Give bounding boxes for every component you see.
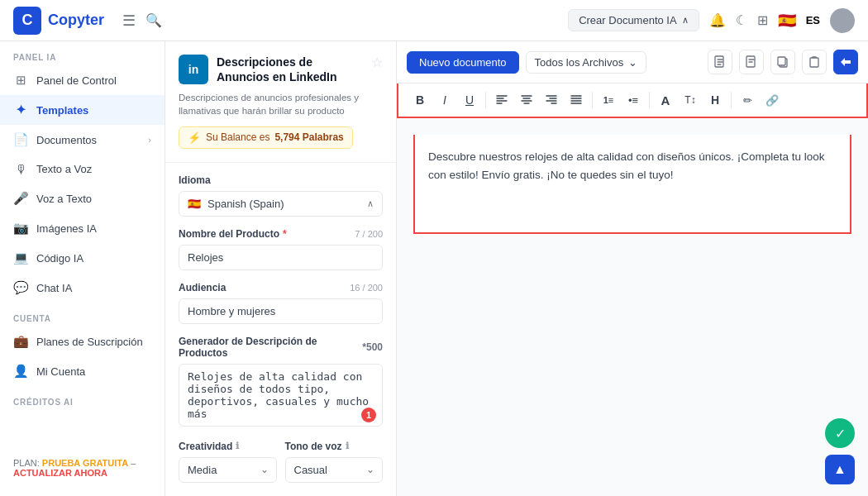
export-doc-btn[interactable] [739, 50, 764, 74]
sidebar-item-planes[interactable]: 💼 Planes de Suscripción [0, 327, 165, 356]
creativity-info-icon[interactable]: ℹ [236, 441, 239, 451]
main-content: in Descripciones de Anuncios en LinkedIn… [165, 41, 868, 496]
editor-toolbar-top: Nuevo documento Todos los Archivos ⌄ [397, 41, 868, 83]
audience-label: Audiencia 16 / 200 [179, 282, 383, 293]
sidebar-item-imagenes-ia[interactable]: 📷 Imágenes IA [0, 213, 165, 243]
editor-box[interactable]: Descubre nuestros relojes de alta calida… [413, 135, 851, 234]
grid-icon: ⊞ [13, 73, 28, 88]
sidebar-item-mi-cuenta[interactable]: 👤 Mi Cuenta [0, 356, 165, 386]
sidebar-item-chat-ia[interactable]: 💬 Chat IA [0, 273, 165, 303]
lang-label: ES [806, 14, 820, 26]
lang-select[interactable]: 🇪🇸 Spanish (Spain) ∧ [179, 191, 383, 217]
format-heading-btn[interactable]: H [703, 88, 727, 112]
sidebar-label-codigo-ia: Código IA [36, 252, 151, 265]
tono-col: Tono de voz ℹ Casual Formal Amigable [285, 441, 384, 483]
sidebar-item-voz-a-texto[interactable]: 🎤 Voz a Texto [0, 184, 165, 213]
export-pdf-btn[interactable] [708, 50, 732, 74]
sidebar-label-voz-a-texto: Voz a Texto [36, 193, 151, 205]
camera-icon: 📷 [13, 221, 28, 236]
doc-icon: 📄 [13, 132, 28, 147]
sidebar-label-imagenes-ia: Imágenes IA [36, 222, 151, 235]
product-char-count: 7 / 200 [355, 229, 383, 239]
chevron-down-icon: ⌄ [628, 56, 637, 69]
microphone-icon: 🎤 [13, 191, 28, 206]
creativity-tono-section: Creatividad ℹ Media Baja Alta [165, 429, 396, 494]
format-align-left-btn[interactable] [490, 88, 513, 112]
new-doc-button[interactable]: Nuevo documento [407, 51, 519, 74]
sidebar-label-texto-a-voz: Texto a Voz [36, 163, 151, 175]
templates-icon: ✦ [13, 103, 28, 117]
tono-select[interactable]: Casual Formal Amigable [285, 457, 384, 483]
svg-rect-3 [778, 57, 785, 65]
sidebar-section-creditos: CRÉDITOS AI [0, 386, 165, 410]
sidebar-item-codigo-ia[interactable]: 💻 Código IA [0, 243, 165, 273]
star-icon[interactable]: ☆ [371, 55, 383, 70]
format-font-btn[interactable]: A [654, 88, 677, 112]
generator-section: Generador de Descripción de Productos*50… [165, 324, 396, 429]
float-check-button[interactable]: ✓ [825, 418, 855, 448]
svg-rect-4 [810, 58, 818, 67]
send-btn[interactable] [833, 50, 858, 74]
navbar: C Copyter ☰ 🔍 Crear Documento IA ∧ 🔔 ☾ ⊞… [0, 0, 868, 41]
balance-prefix: Su Balance es [206, 131, 269, 143]
format-pen-btn[interactable]: ✏ [736, 88, 759, 112]
creativity-label: Creatividad ℹ [179, 441, 277, 452]
divider-1 [485, 92, 486, 108]
product-input[interactable] [179, 245, 383, 270]
sidebar-label-mi-cuenta: Mi Cuenta [36, 365, 151, 378]
all-files-select[interactable]: Todos los Archivos ⌄ [526, 51, 647, 74]
format-ol-btn[interactable]: 1≡ [597, 88, 620, 112]
avatar[interactable] [830, 8, 855, 33]
sidebar-label-planes: Planes de Suscripción [36, 336, 151, 348]
plan-free-label: PRUEBA GRATUITA [42, 458, 128, 468]
format-italic-btn[interactable]: I [433, 88, 456, 112]
upgrade-link[interactable]: ACTUALIZAR AHORA [13, 468, 107, 478]
creativity-col: Creatividad ℹ Media Baja Alta [179, 441, 277, 483]
menu-icon[interactable]: ☰ [122, 12, 136, 30]
create-doc-btn[interactable]: Crear Documento IA ∧ [568, 9, 699, 31]
sidebar-item-texto-a-voz[interactable]: 🎙 Texto a Voz [0, 155, 165, 184]
sidebar-item-templates[interactable]: ✦ Templates [0, 95, 165, 125]
sidebar-item-panel-control[interactable]: ⊞ Panel de Control [0, 65, 165, 95]
sidebar-item-documentos[interactable]: 📄 Documentos › [0, 125, 165, 155]
expand-icon[interactable]: ⊞ [757, 12, 768, 28]
generator-textarea[interactable]: Relojes de alta calidad con diseños de t… [179, 364, 383, 427]
search-icon[interactable]: 🔍 [145, 12, 162, 28]
code-icon: 💻 [13, 250, 28, 265]
editor-panel: Nuevo documento Todos los Archivos ⌄ [397, 41, 868, 496]
tono-select-wrapper: Casual Formal Amigable [285, 457, 384, 483]
sidebar-label-chat-ia: Chat IA [36, 282, 151, 294]
chat-icon: 💬 [13, 280, 28, 295]
audience-input[interactable] [179, 298, 383, 324]
required-marker: * [283, 228, 287, 240]
creativity-select[interactable]: Media Baja Alta [179, 457, 277, 483]
app-body: PANEL IA ⊞ Panel de Control ✦ Templates … [0, 41, 868, 496]
idioma-section: Idioma 🇪🇸 Spanish (Spain) ∧ [165, 163, 396, 217]
float-scroll-up-button[interactable]: ▲ [825, 455, 855, 484]
format-bold-btn[interactable]: B [408, 88, 432, 112]
tono-label: Tono de voz ℹ [285, 441, 384, 452]
generator-textarea-wrapper: Relojes de alta calidad con diseños de t… [179, 364, 383, 429]
product-label: Nombre del Producto * 7 / 200 [179, 228, 383, 240]
template-panel: in Descripciones de Anuncios en LinkedIn… [165, 41, 397, 496]
generator-badge: 1 [361, 408, 376, 422]
format-underline-btn[interactable]: U [458, 88, 481, 112]
template-title: Descripciones de Anuncios en LinkedIn [217, 55, 363, 84]
format-ul-btn[interactable]: •≡ [622, 88, 645, 112]
format-align-right-btn[interactable] [540, 88, 563, 112]
moon-icon[interactable]: ☾ [736, 12, 747, 28]
divider-3 [649, 92, 650, 108]
sidebar-label-documentos: Documentos [36, 134, 140, 146]
format-link-btn[interactable]: 🔗 [761, 88, 784, 112]
bell-icon[interactable]: 🔔 [709, 12, 726, 28]
tono-info-icon[interactable]: ℹ [346, 441, 349, 451]
format-justify-btn[interactable] [565, 88, 588, 112]
format-align-center-btn[interactable] [515, 88, 538, 112]
format-size-btn[interactable]: T↕ [679, 88, 702, 112]
copy-btn[interactable] [770, 50, 795, 74]
editor-content-area: Descubre nuestros relojes de alta calida… [397, 118, 868, 496]
sidebar-section-cuenta: CUENTA [0, 303, 165, 327]
logo-box: C [13, 7, 41, 35]
paste-btn[interactable] [802, 50, 827, 74]
lang-value: Spanish (Spain) [207, 198, 284, 210]
